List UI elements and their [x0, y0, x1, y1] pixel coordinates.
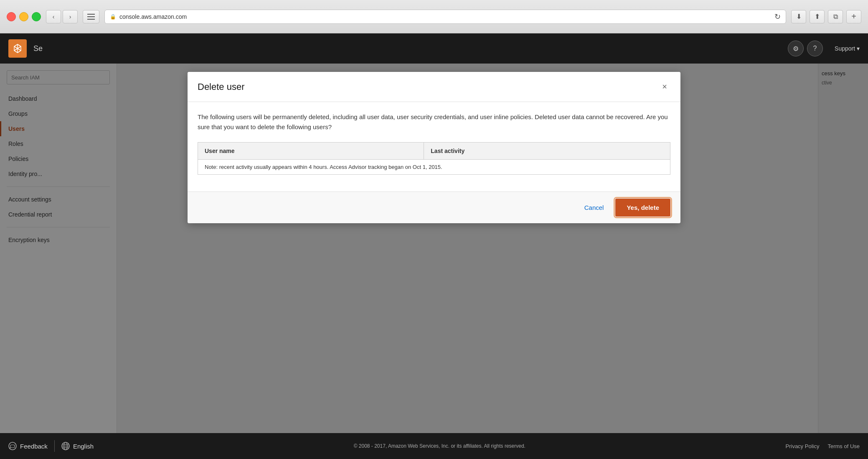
cancel-button[interactable]: Cancel: [579, 201, 609, 214]
content-area: Dashboard Groups Users Roles Policies Id…: [0, 64, 868, 459]
tab-button[interactable]: ⧉: [828, 10, 843, 23]
page-footer: Feedback English © 2008 - 2017, Amazon W…: [0, 433, 868, 459]
aws-service-name: Se: [33, 44, 43, 53]
footer-links: Privacy Policy Terms of Use: [786, 443, 860, 449]
feedback-button[interactable]: Feedback: [8, 442, 48, 450]
close-window-button[interactable]: [7, 12, 16, 21]
refresh-button[interactable]: ↻: [774, 12, 781, 21]
share-button[interactable]: ⬆: [810, 10, 825, 23]
delete-users-table: User name Last activity Note: recent act…: [198, 142, 670, 175]
settings-button[interactable]: ⚙: [788, 41, 804, 56]
svg-rect-0: [87, 14, 95, 15]
app-area: Se ⚙ ? Support ▾ Dashboard Groups Users …: [0, 33, 868, 459]
traffic-lights: [7, 12, 41, 21]
back-button[interactable]: ‹: [46, 10, 61, 23]
browser-actions: ⬇ ⬆ ⧉ +: [791, 10, 861, 23]
maximize-window-button[interactable]: [32, 12, 41, 21]
privacy-policy-link[interactable]: Privacy Policy: [786, 443, 820, 449]
table-note: Note: recent activity usually appears wi…: [198, 160, 670, 175]
username-column-header: User name: [198, 143, 424, 160]
aws-logo: [8, 39, 27, 58]
terms-of-use-link[interactable]: Terms of Use: [827, 443, 860, 449]
footer-divider: [54, 440, 55, 452]
support-button[interactable]: Support ▾: [835, 45, 860, 52]
modal-close-button[interactable]: ×: [659, 80, 670, 93]
help-button[interactable]: ?: [807, 41, 823, 56]
delete-user-modal: Delete user × The following users will b…: [188, 72, 680, 223]
download-button[interactable]: ⬇: [791, 10, 806, 23]
table-note-row: Note: recent activity usually appears wi…: [198, 160, 670, 175]
sidebar-toggle-button[interactable]: [83, 10, 99, 23]
nav-buttons: ‹ ›: [46, 10, 78, 23]
url-text: console.aws.amazon.com: [119, 13, 187, 20]
browser-chrome: ‹ › 🔒 console.aws.amazon.com ↻ ⬇ ⬆ ⧉ +: [0, 0, 868, 33]
feedback-label: Feedback: [20, 443, 48, 450]
new-tab-button[interactable]: +: [846, 10, 861, 23]
topbar-icon-area: ⚙ ?: [788, 41, 823, 56]
forward-button[interactable]: ›: [63, 10, 78, 23]
aws-topbar: Se ⚙ ? Support ▾: [0, 33, 868, 64]
last-activity-column-header: Last activity: [424, 143, 670, 160]
modal-warning-text: The following users will be permanently …: [198, 112, 670, 132]
yes-delete-button[interactable]: Yes, delete: [615, 199, 670, 217]
feedback-icon: [8, 442, 17, 450]
modal-overlay: Delete user × The following users will b…: [0, 64, 868, 459]
modal-footer: Cancel Yes, delete: [188, 191, 680, 223]
globe-icon: [61, 442, 70, 450]
svg-rect-1: [87, 16, 95, 17]
language-label: English: [73, 443, 94, 450]
language-selector[interactable]: English: [61, 442, 94, 450]
minimize-window-button[interactable]: [19, 12, 28, 21]
modal-body: The following users will be permanently …: [188, 102, 680, 191]
svg-rect-2: [87, 19, 95, 20]
footer-copyright: © 2008 - 2017, Amazon Web Services, Inc.…: [94, 443, 785, 449]
address-bar[interactable]: 🔒 console.aws.amazon.com ↻: [104, 10, 786, 24]
aws-logo-icon: [12, 43, 23, 54]
lock-icon: 🔒: [110, 14, 116, 20]
modal-header: Delete user ×: [188, 72, 680, 102]
modal-title: Delete user: [198, 82, 245, 92]
